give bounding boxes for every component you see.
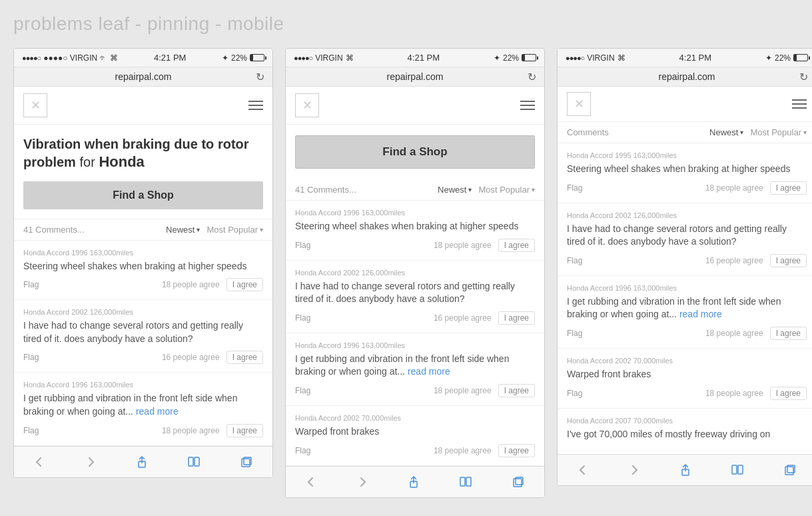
comment-meta-1-1: Honda Accord 1996 163,000miles [23,249,263,257]
wifi-icon-3: ⌘ [617,53,625,63]
flag-btn-1-2[interactable]: Flag [23,353,39,362]
comment-item-2-1: Honda Accord 1996 163,000miles Steering … [286,201,544,261]
menu-line-3 [248,109,263,110]
status-right-2: ✦ 22% [494,53,536,63]
bookmarks-btn-2[interactable] [452,473,480,491]
agree-btn-1-3[interactable]: I agree [226,424,263,437]
sort-popular-2[interactable]: Most Popular ▾ [478,185,535,195]
comment-text-2-4: Warped front brakes [295,425,535,439]
agree-count-2-4: 18 people agree [434,446,492,455]
flag-btn-1-1[interactable]: Flag [23,280,39,289]
sort-options-2: Newest ▾ Most Popular ▾ [438,185,535,195]
share-btn-2[interactable] [400,473,428,491]
status-left-2: ●●●●○ VIRGIN ⌘ [294,53,354,63]
hamburger-menu-1[interactable] [248,101,263,110]
hero-section-1: Vibration when braking due to rotor prob… [14,125,272,219]
agree-btn-2-1[interactable]: I agree [498,239,535,252]
flag-btn-1-3[interactable]: Flag [23,426,39,435]
agree-btn-3-3[interactable]: I agree [770,327,807,340]
forward-btn-3[interactable] [621,462,647,478]
sort-newest-1[interactable]: Newest ▾ [166,225,200,235]
agree-section-2-2: 16 people agree I agree [434,311,535,325]
sort-newest-3[interactable]: Newest ▾ [709,127,743,137]
chevron-popular-2: ▾ [532,186,535,193]
comments-bar-1: 41 Comments... Newest ▾ Most Popular ▾ [14,219,272,241]
flag-btn-2-3[interactable]: Flag [295,386,310,395]
sort-newest-2[interactable]: Newest ▾ [438,185,472,195]
menu-line-2 [248,105,263,106]
flag-btn-2-2[interactable]: Flag [295,313,310,323]
bookmarks-btn-1[interactable] [180,453,208,471]
agree-section-3-4: 18 people agree I agree [705,387,807,400]
flag-btn-2-4[interactable]: Flag [295,446,310,455]
reload-icon-1[interactable]: ↻ [256,71,264,83]
agree-btn-1-1[interactable]: I agree [226,278,263,291]
comment-meta-3-1: Honda Accord 1995 163,000miles [567,151,807,159]
back-btn-2[interactable] [298,474,324,490]
read-more-link-1-3[interactable]: read more [136,406,179,417]
find-shop-button-2[interactable]: Find a Shop [295,135,535,169]
agree-btn-3-1[interactable]: I agree [770,181,807,195]
read-more-link-2-3[interactable]: read more [408,366,450,377]
agree-btn-2-3[interactable]: I agree [498,384,535,397]
agree-btn-3-4[interactable]: I agree [770,387,807,400]
comment-list-2: Honda Accord 1996 163,000miles Steering … [286,201,544,466]
bookmarks-btn-3[interactable] [723,461,751,479]
comment-item-3-5: Honda Accord 2007 70,000miles I've got 7… [558,409,812,455]
agree-btn-3-2[interactable]: I agree [770,254,807,267]
tabs-btn-3[interactable] [776,461,804,479]
share-btn-3[interactable] [671,461,699,479]
svg-rect-3 [242,459,250,467]
browser-bar-2: repairpal.com ↻ [286,67,544,87]
battery-icon-3 [793,54,808,61]
share-btn-1[interactable] [128,453,156,471]
agree-section-3-1: 18 people agree I agree [705,181,807,195]
flag-btn-3-3[interactable]: Flag [567,329,582,338]
sort-popular-1[interactable]: Most Popular ▾ [206,225,263,235]
nav-bar-2: ✕ [286,87,544,125]
agree-btn-2-2[interactable]: I agree [498,311,535,325]
comment-text-2-1: Steering wheel shakes when braking at hi… [295,220,535,233]
menu-line-2-3 [520,109,535,110]
flag-btn-3-4[interactable]: Flag [567,389,582,398]
comment-meta-2-4: Honda Accord 2002 70,000miles [295,414,535,422]
phone-frame-2: ●●●●○ VIRGIN ⌘ 4:21 PM ✦ 22% repairpal.c… [285,48,545,498]
flag-btn-2-1[interactable]: Flag [295,241,310,250]
comment-item-1-2: Honda Accord 2002 126,000miles I have ha… [14,300,272,373]
reload-icon-2[interactable]: ↻ [528,71,536,83]
tabs-btn-2[interactable] [504,473,532,491]
comment-actions-2-4: Flag 18 people agree I agree [295,444,535,457]
reload-icon-3[interactable]: ↻ [799,71,808,83]
agree-btn-2-4[interactable]: I agree [498,444,535,457]
bottom-nav-2 [286,466,544,497]
hamburger-menu-2[interactable] [520,101,535,110]
agree-btn-1-2[interactable]: I agree [226,351,263,364]
read-more-link-3-3[interactable]: read more [679,309,722,319]
browser-bar-3: repairpal.com ↻ [558,67,812,87]
tabs-btn-1[interactable] [232,453,260,471]
back-btn-3[interactable] [570,462,596,478]
hamburger-menu-3[interactable] [792,99,807,109]
forward-btn-1[interactable] [77,454,104,470]
forward-btn-2[interactable] [349,474,376,490]
flag-btn-3-1[interactable]: Flag [567,183,582,193]
agree-count-1-1: 18 people agree [162,280,220,289]
back-btn-1[interactable] [26,454,53,470]
comment-text-partial-1-3: I get rubbing and vibration in the front… [23,393,237,417]
signal-icon-3: ●●●●○ [566,54,584,62]
menu-line-3-1 [792,99,807,101]
phone-frame-3: ●●●●○ VIRGIN ⌘ 4:21 PM ✦ 22% repairpal.c… [557,48,812,486]
comment-meta-1-2: Honda Accord 2002 126,000miles [23,308,263,316]
find-shop-button-1[interactable]: Find a Shop [23,181,263,209]
comment-actions-3-4: Flag 18 people agree I agree [567,387,807,400]
agree-section-3-2: 16 people agree I agree [705,254,807,267]
comments-bar-3: Comments Newest ▾ Most Popular ▾ [558,122,812,143]
flag-btn-3-2[interactable]: Flag [567,256,582,265]
agree-count-2-2: 16 people agree [434,313,492,323]
sort-popular-3[interactable]: Most Popular ▾ [750,127,807,137]
find-shop-container-2: Find a Shop [286,125,544,179]
agree-section-1-3: 18 people agree I agree [162,424,263,437]
carrier-1: ●●●●○ VIRGIN ᯤ [43,53,107,63]
comment-text-3-3: I get rubbing and vibration in the front… [567,295,807,321]
comment-item-2-3: Honda Accord 1996 163,000miles I get rub… [286,333,544,406]
